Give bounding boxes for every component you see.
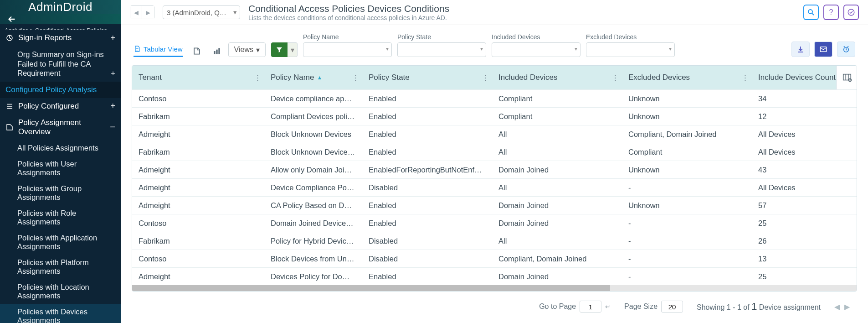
table-row[interactable]: FabrikamCompliant Devices poli…EnabledCo… (132, 107, 857, 125)
caret-down-icon: ▾ (575, 46, 577, 52)
views-dropdown[interactable]: Views ▾ (228, 42, 266, 57)
column-header-count[interactable]: Include Devices Count (752, 66, 847, 89)
enter-icon: ↵ (605, 303, 611, 310)
expand-icon[interactable]: + (110, 101, 115, 111)
sidebar-sub-item[interactable]: Policies with Location Assignments (0, 279, 121, 304)
svg-rect-4 (216, 49, 217, 54)
filter-label-policy-name: Policy Name (303, 33, 392, 41)
sidebar-item-org-summary[interactable]: Org Summary on Sign-ins Failed to Fulfil… (0, 46, 121, 82)
back-button[interactable] (0, 14, 121, 24)
table-row[interactable]: ContosoBlock Devices from Unf…DisabledCo… (132, 250, 857, 267)
table-cell: Compliant (622, 148, 752, 156)
schedule-button[interactable] (843, 5, 859, 20)
column-menu-icon[interactable]: ⋮ (741, 73, 749, 83)
sidebar-sub-item[interactable]: All Policies Assignments (0, 140, 121, 156)
page-title: Conditional Access Policies Devices Cond… (248, 3, 449, 14)
table-row[interactable]: AdmeightDevice Compliance Pol…DisabledAl… (132, 178, 857, 196)
table-row[interactable]: AdmeightBlock Unknown DevicesEnabledAllC… (132, 125, 857, 143)
table-row[interactable]: AdmeightDevices Policy for Dom…EnabledDo… (132, 267, 857, 285)
download-button[interactable] (791, 42, 810, 57)
chart-icon (212, 47, 221, 56)
table-cell: Unknown (622, 94, 752, 103)
tenant-dropdown[interactable]: 3 (AdminDroid, Q… ▾ (163, 5, 240, 19)
sort-asc-icon: ▲ (317, 74, 322, 81)
table-row[interactable]: AdmeightCA Policy Based on Do…EnabledDom… (132, 196, 857, 214)
table-cell: - (622, 255, 752, 263)
column-menu-icon[interactable]: ⋮ (352, 73, 360, 83)
table-row[interactable]: AdmeightAllow only Domain Joi…EnabledFor… (132, 161, 857, 178)
main-content: ◀ ▶ 3 (AdminDroid, Q… ▾ Conditional Acce… (121, 0, 868, 323)
horizontal-scrollbar[interactable] (132, 285, 857, 291)
table-cell: All Devices (752, 183, 847, 192)
table-row[interactable]: FabrikamBlock Unknown Device…EnabledAllC… (132, 143, 857, 161)
column-header-tenant[interactable]: Tenant⋮ (132, 66, 264, 89)
sidebar-item-signin-reports[interactable]: Sign-in Reports + (0, 30, 121, 46)
sidebar-sub-item[interactable]: Policies with Group Assignments (0, 181, 121, 205)
next-page-button[interactable]: ▶ (844, 302, 850, 311)
tabular-view-label: Tabular View (144, 45, 183, 53)
breadcrumb: Analytics > Conditional Access Policies … (0, 24, 121, 30)
table-cell: Enabled (362, 130, 492, 139)
sidebar-sub-item[interactable]: Policies with User Assignments (0, 156, 121, 181)
table-row[interactable]: FabrikamPolicy for Hybrid Devic…Disabled… (132, 232, 857, 250)
column-header-excluded[interactable]: Excluded Devices⋮ (622, 66, 752, 89)
table-row[interactable]: ContosoDevice compliance app…EnabledComp… (132, 89, 857, 107)
table-row[interactable]: ContosoDomain Joined Device…EnabledDomai… (132, 214, 857, 232)
column-menu-icon[interactable]: ⋮ (254, 73, 262, 83)
sidebar-sub-item[interactable]: Policies with Devices Assignments (0, 304, 121, 323)
chart-view-button[interactable] (211, 45, 223, 57)
column-header-policy-state[interactable]: Policy State⋮ (362, 66, 492, 89)
table-cell: All (492, 237, 622, 245)
table-cell: Enabled (362, 112, 492, 121)
column-header-included[interactable]: Included Devices⋮ (492, 66, 622, 89)
sidebar-sub-item[interactable]: Policies with Role Assignments (0, 205, 121, 230)
history-forward-button[interactable]: ▶ (142, 6, 154, 19)
table-cell: - (622, 272, 752, 281)
showing-text: Showing 1 - 1 of 1 Device assignment (697, 301, 821, 313)
column-settings-button[interactable] (836, 66, 857, 89)
search-button[interactable] (803, 5, 819, 20)
page-size-label: Page Size (624, 302, 657, 311)
column-header-policy-name[interactable]: Policy Name▲⋮ (264, 66, 362, 89)
page-size-input[interactable] (661, 301, 683, 313)
sidebar-item-policy-configured[interactable]: Policy Configured + (0, 98, 121, 115)
tabular-view-tab[interactable]: Tabular View (134, 45, 183, 57)
sidebar-item-config-analysis[interactable]: Configured Policy Analysis (0, 82, 121, 98)
history-back-button[interactable]: ◀ (130, 6, 142, 19)
prev-page-button[interactable]: ◀ (834, 302, 840, 311)
table-cell: Domain Joined (492, 166, 622, 174)
column-menu-icon[interactable]: ⋮ (482, 73, 489, 83)
table-cell: Disabled (362, 183, 492, 192)
expand-icon[interactable]: + (111, 68, 115, 78)
goto-page-input[interactable] (580, 301, 601, 313)
table-cell: Compliant, Domain Joined (622, 130, 752, 139)
table-cell: Domain Joined (492, 272, 622, 281)
filter-policy-name-dropdown[interactable]: ▾ (303, 42, 392, 57)
column-menu-icon[interactable]: ⋮ (611, 73, 619, 83)
table-cell: Contoso (132, 94, 264, 103)
collapse-icon[interactable]: − (110, 122, 115, 132)
filter-included-dropdown[interactable]: ▾ (492, 42, 580, 57)
table-cell: Admeight (132, 183, 264, 192)
filter-dropdown-toggle[interactable]: ▾ (288, 42, 298, 57)
list-icon (5, 102, 14, 110)
table-cell: All Devices (752, 130, 847, 139)
export-button[interactable] (191, 45, 203, 57)
svg-point-2 (848, 9, 854, 16)
search-icon (807, 8, 815, 16)
sidebar-sub-item[interactable]: Policies with Application Assignments (0, 230, 121, 255)
filter-excluded-dropdown[interactable]: ▾ (586, 42, 675, 57)
alert-button[interactable] (837, 42, 855, 57)
table-cell: Disabled (362, 237, 492, 245)
table-cell: Device compliance app… (264, 94, 362, 103)
filter-policy-state-dropdown[interactable]: ▾ (397, 42, 486, 57)
table-footer: Go to Page ↵ Page Size Showing 1 - 1 of … (121, 292, 868, 322)
sidebar-item-assignment-overview[interactable]: Policy Assignment Overview − (0, 115, 121, 140)
goto-page-label: Go to Page (539, 302, 576, 311)
expand-icon[interactable]: + (110, 33, 115, 43)
table-cell: Unknown (622, 166, 752, 174)
sidebar-sub-item[interactable]: Policies with Platform Assignments (0, 255, 121, 279)
help-button[interactable]: ? (823, 5, 839, 20)
filter-button[interactable] (271, 42, 288, 57)
email-button[interactable] (814, 42, 832, 57)
